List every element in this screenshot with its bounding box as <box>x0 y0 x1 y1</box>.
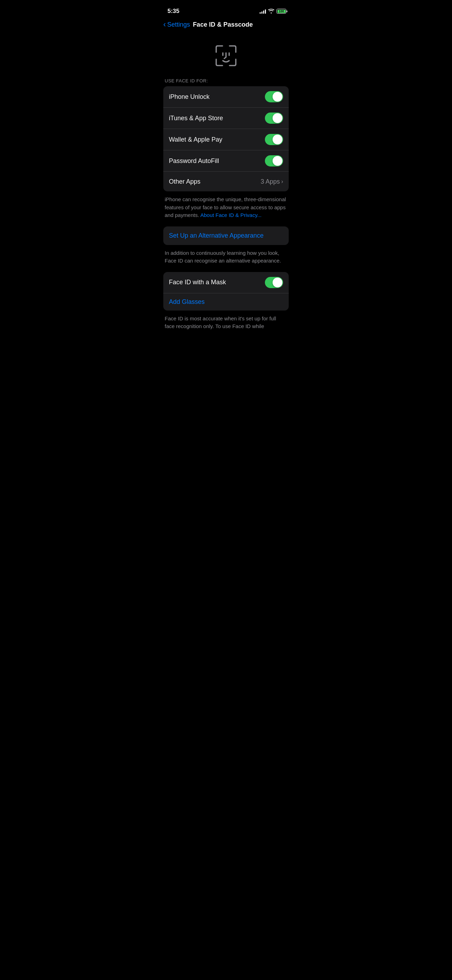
alternative-appearance-row[interactable]: Set Up an Alternative Appearance <box>163 226 289 245</box>
alternative-appearance-label: Set Up an Alternative Appearance <box>169 232 264 239</box>
alternative-appearance-description: In addition to continuously learning how… <box>158 245 294 272</box>
status-icons: 100 <box>259 9 287 14</box>
add-glasses-label: Add Glasses <box>169 298 205 305</box>
battery-icon: 100 <box>277 9 287 14</box>
face-id-settings-group: iPhone Unlock iTunes & App Store Wallet … <box>163 86 289 191</box>
wallet-row: Wallet & Apple Pay <box>163 129 289 150</box>
signal-bar-4 <box>265 10 266 14</box>
mask-row: Face ID with a Mask <box>163 272 289 293</box>
wallet-knob <box>272 135 282 145</box>
back-chevron-icon: ‹ <box>163 20 166 29</box>
privacy-link[interactable]: About Face ID & Privacy... <box>201 212 262 218</box>
password-autofill-label: Password AutoFill <box>169 158 219 165</box>
face-id-description: iPhone can recognise the unique, three-d… <box>158 191 294 226</box>
back-label: Settings <box>167 21 190 29</box>
mask-knob <box>272 278 282 287</box>
face-id-icon-container <box>158 35 294 78</box>
mask-label: Face ID with a Mask <box>169 278 226 286</box>
add-glasses-row[interactable]: Add Glasses <box>163 293 289 310</box>
other-apps-value: 3 Apps › <box>261 178 283 185</box>
other-apps-label: Other Apps <box>169 178 201 185</box>
wallet-toggle[interactable] <box>265 134 283 145</box>
chevron-right-icon: › <box>282 178 283 185</box>
section-label: USE FACE ID FOR: <box>158 78 294 86</box>
face-id-icon <box>213 43 239 68</box>
iphone-unlock-knob <box>272 92 282 102</box>
nav-header: ‹ Settings Face ID & Passcode <box>158 18 294 35</box>
password-autofill-row: Password AutoFill <box>163 150 289 172</box>
battery-tip <box>286 11 287 12</box>
wifi-icon <box>268 9 274 14</box>
other-apps-count: 3 Apps <box>261 178 280 185</box>
itunes-toggle[interactable] <box>265 113 283 124</box>
itunes-row: iTunes & App Store <box>163 108 289 129</box>
status-time: 5:35 <box>167 8 180 15</box>
mask-group: Face ID with a Mask Add Glasses <box>163 272 289 310</box>
bottom-description: Face ID is most accurate when it's set u… <box>158 310 294 333</box>
page-title: Face ID & Passcode <box>193 21 253 29</box>
iphone-unlock-toggle[interactable] <box>265 91 283 102</box>
signal-bar-3 <box>263 11 264 14</box>
status-bar: 5:35 100 <box>158 0 294 18</box>
battery-level: 100 <box>277 10 286 13</box>
signal-bar-1 <box>259 12 261 14</box>
other-apps-row[interactable]: Other Apps 3 Apps › <box>163 172 289 191</box>
signal-bar-2 <box>261 11 263 14</box>
itunes-knob <box>272 113 282 123</box>
wallet-label: Wallet & Apple Pay <box>169 136 222 143</box>
mask-toggle[interactable] <box>265 277 283 288</box>
itunes-label: iTunes & App Store <box>169 115 223 122</box>
iphone-unlock-row: iPhone Unlock <box>163 86 289 108</box>
password-autofill-toggle[interactable] <box>265 155 283 167</box>
back-button[interactable]: ‹ Settings <box>163 20 190 29</box>
password-autofill-knob <box>272 156 282 166</box>
alternative-appearance-group: Set Up an Alternative Appearance <box>163 226 289 245</box>
signal-bars-icon <box>259 9 266 14</box>
iphone-unlock-label: iPhone Unlock <box>169 93 210 100</box>
